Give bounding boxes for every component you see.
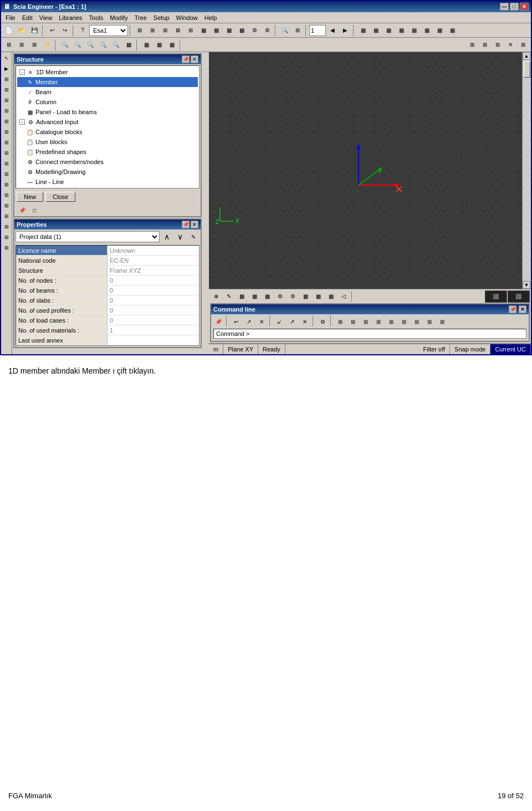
cmd-tb-5[interactable]: ↙: [273, 315, 285, 328]
sidebar-icon-3[interactable]: ⊞: [2, 74, 12, 84]
tree-item-member[interactable]: ✎ Member: [17, 77, 198, 87]
tb-btn-23[interactable]: ▦: [446, 24, 458, 37]
menu-help[interactable]: Help: [201, 13, 221, 22]
canvas-tb-9[interactable]: ▦: [312, 290, 324, 303]
tb2-right-2[interactable]: ⊞: [479, 39, 491, 51]
expand-1dmember[interactable]: -: [19, 69, 25, 75]
tree-item-panel[interactable]: ▦ Panel - Load to beams: [17, 107, 198, 117]
tb2-right-3[interactable]: ⊞: [492, 39, 504, 51]
tb-btn-9[interactable]: ▦: [236, 24, 248, 37]
tb-btn-16[interactable]: ▦: [357, 24, 369, 37]
sidebar-icon-8[interactable]: ⊞: [2, 127, 12, 137]
tb2-btn-4[interactable]: ⚡: [41, 39, 53, 51]
command-pin-btn[interactable]: 📌: [509, 305, 516, 313]
new-button[interactable]: New: [17, 192, 43, 202]
properties-close-btn[interactable]: ✕: [191, 221, 198, 228]
tree-item-beam[interactable]: ⟋ Beam: [17, 87, 198, 97]
cmd-tb-10[interactable]: ⊞: [347, 315, 359, 328]
tb2-btn-1[interactable]: ⊞: [3, 39, 15, 51]
menu-view[interactable]: View: [36, 13, 56, 22]
tb-btn-19[interactable]: ▦: [395, 24, 407, 37]
canvas-tb-6[interactable]: ⚙: [274, 290, 286, 303]
canvas-tb-10[interactable]: ▦: [325, 290, 337, 303]
tree-item-predefined[interactable]: 📋 Predefined shapes: [17, 147, 198, 157]
canvas-tb-1[interactable]: ⊕: [210, 290, 222, 303]
sidebar-icon-5[interactable]: ⊞: [2, 95, 12, 105]
undo-btn[interactable]: ↩: [46, 24, 58, 37]
menu-libraries[interactable]: Libraries: [55, 13, 85, 22]
props-btn-3[interactable]: ✎: [187, 231, 200, 243]
canvas-tb-8[interactable]: ▦: [299, 290, 311, 303]
cmd-tb-4[interactable]: ✕: [255, 315, 268, 328]
scroll-down-btn[interactable]: ▼: [523, 281, 530, 289]
tb2-btn-2[interactable]: ⊞: [16, 39, 28, 51]
canvas-tb-4[interactable]: ▦: [248, 290, 260, 303]
menu-tree[interactable]: Tree: [131, 13, 150, 22]
cmd-tb-6[interactable]: ↗: [286, 315, 298, 328]
cmd-tb-11[interactable]: ⊞: [360, 315, 372, 328]
canvas-tb-5[interactable]: ▦: [261, 290, 273, 303]
tb-btn-11[interactable]: ⚙: [261, 24, 273, 37]
tb-btn-20[interactable]: ▦: [408, 24, 420, 37]
status-snap[interactable]: Snap mode: [450, 344, 490, 354]
sidebar-icon-6[interactable]: ⊞: [2, 106, 12, 116]
cmd-tb-17[interactable]: ⊞: [436, 315, 448, 328]
scroll-thumb-v[interactable]: [524, 61, 530, 78]
cmd-tb-14[interactable]: ⊞: [398, 315, 410, 328]
tb-btn-21[interactable]: ▦: [421, 24, 433, 37]
new-file-btn[interactable]: 📄: [3, 24, 15, 37]
tb2-btn-10[interactable]: ▦: [122, 39, 135, 51]
tb-btn-10[interactable]: ⚙: [248, 24, 260, 37]
canvas-tb-right-2[interactable]: ||||: [508, 290, 530, 303]
command-input[interactable]: Command >: [213, 329, 526, 339]
tb2-btn-12[interactable]: ▦: [153, 39, 165, 51]
canvas-tb-2[interactable]: ✎: [223, 290, 235, 303]
sidebar-icon-7[interactable]: ⊞: [2, 116, 12, 126]
properties-pin-btn[interactable]: 📌: [182, 221, 190, 228]
menu-edit[interactable]: Edit: [19, 13, 36, 22]
sidebar-icon-15[interactable]: ⊞: [2, 201, 12, 211]
menu-setup[interactable]: Setup: [150, 13, 173, 22]
tree-item-userblocks[interactable]: 📋 User blocks: [17, 137, 198, 147]
tree-item-column[interactable]: # Column: [17, 97, 198, 107]
tb-btn-15[interactable]: ▶: [339, 24, 351, 37]
minimize-button[interactable]: —: [500, 3, 509, 11]
cmd-tb-2[interactable]: ↩: [230, 315, 242, 328]
tb2-right-5[interactable]: ⊞: [517, 39, 529, 51]
tree-item-1dmember[interactable]: - ≡ 1D Member: [17, 67, 198, 77]
props-btn-1[interactable]: ∧: [161, 231, 173, 243]
project-combo[interactable]: Esa1: [89, 25, 128, 36]
grid-btn[interactable]: ⊞: [134, 24, 146, 37]
tb-btn-13[interactable]: ⊞: [291, 24, 304, 37]
small-icon-2[interactable]: □: [29, 205, 40, 215]
sidebar-icon-18[interactable]: ⊞: [2, 232, 12, 242]
canvas-tb-right-1[interactable]: ||||: [485, 290, 507, 303]
canvas-tb-3[interactable]: ▦: [236, 290, 248, 303]
sidebar-icon-9[interactable]: ⊞: [2, 137, 12, 147]
cmd-tb-15[interactable]: ⊞: [411, 315, 423, 328]
sidebar-icon-16[interactable]: ⊞: [2, 211, 12, 221]
sidebar-icon-13[interactable]: ⊞: [2, 180, 12, 190]
props-btn-2[interactable]: ∨: [174, 231, 186, 243]
tree-item-advanced[interactable]: - ⚙ Advanced Input: [17, 117, 198, 127]
command-close-btn[interactable]: ✕: [519, 305, 526, 313]
tb2-btn-9[interactable]: 🔍: [110, 39, 122, 51]
status-filter[interactable]: Filter off: [419, 344, 451, 354]
cmd-tb-7[interactable]: ✕: [299, 315, 311, 328]
sidebar-icon-14[interactable]: ⊞: [2, 190, 12, 200]
sidebar-icon-4[interactable]: ⊞: [2, 85, 12, 95]
redo-btn[interactable]: ↪: [59, 24, 71, 37]
tb-btn-7[interactable]: ▦: [210, 24, 222, 37]
tb2-right-4[interactable]: ✕: [504, 39, 516, 51]
cmd-tb-16[interactable]: ⊞: [423, 315, 436, 328]
tree-item-line[interactable]: — Line - Line: [17, 177, 198, 187]
tb2-right-1[interactable]: ⊞: [466, 39, 478, 51]
expand-advanced[interactable]: -: [19, 119, 25, 125]
menu-tools[interactable]: Tools: [86, 13, 107, 22]
tb-btn-14[interactable]: ◀: [326, 24, 339, 37]
menu-window[interactable]: Window: [173, 13, 201, 22]
canvas-tb-7[interactable]: ⚙: [287, 290, 299, 303]
tb2-btn-5[interactable]: 🔍: [59, 39, 71, 51]
cmd-tb-1[interactable]: 📌: [212, 315, 224, 328]
menu-file[interactable]: File: [2, 13, 19, 22]
